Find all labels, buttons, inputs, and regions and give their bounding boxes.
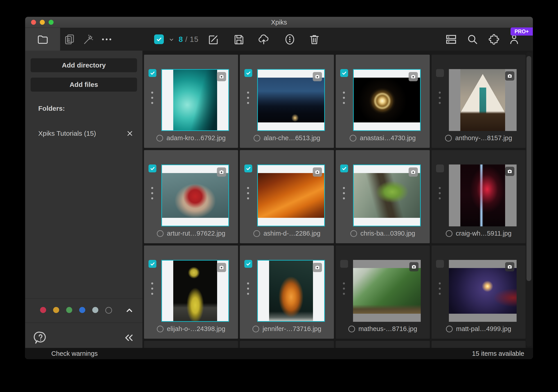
photo-menu-dots[interactable] [149, 187, 155, 199]
check-icon [150, 166, 155, 171]
photo-menu-dots[interactable] [437, 282, 442, 295]
photo-menu-dots[interactable] [149, 282, 155, 295]
photo-cell-partial[interactable] [336, 341, 430, 348]
photo-checkbox[interactable] [340, 165, 348, 172]
photo-cell[interactable]: ashim-d-…2286.jpg [240, 150, 334, 243]
select-all-checkbox[interactable] [154, 35, 164, 44]
photo-cell[interactable]: matheus-…8716.jpg [336, 245, 430, 339]
photo-checkbox[interactable] [340, 260, 348, 268]
delete-button[interactable] [308, 28, 321, 51]
photo-cell[interactable]: alan-che…6513.jpg [240, 55, 334, 148]
photo-menu-dots[interactable] [341, 92, 347, 104]
rows-icon [445, 33, 457, 46]
add-files-button[interactable]: Add files [31, 78, 137, 92]
photo-image [354, 173, 420, 218]
photo-cell[interactable]: elijah-o-…24398.jpg [144, 245, 238, 339]
photo-menu-dots[interactable] [341, 187, 347, 199]
photo-menu-dots[interactable] [437, 92, 442, 104]
photo-menu-dots[interactable] [149, 92, 155, 104]
scrollbar-track[interactable] [526, 52, 532, 347]
photo-cell[interactable]: jennifer-…73716.jpg [240, 245, 334, 339]
photo-thumbnail[interactable] [257, 260, 325, 322]
plugins-button[interactable] [487, 28, 501, 51]
search-icon [466, 33, 479, 46]
photo-menu-dots[interactable] [245, 92, 251, 104]
photo-thumbnail[interactable] [161, 69, 229, 131]
photo-thumbnail[interactable] [449, 165, 517, 226]
double-chevron-left-icon [123, 332, 134, 343]
photo-menu-dots[interactable] [437, 187, 442, 199]
add-directory-button[interactable]: Add directory [31, 58, 137, 72]
photo-cell-partial[interactable] [432, 341, 526, 348]
upload-button[interactable] [257, 28, 270, 51]
photo-cell[interactable]: matt-pal…4999.jpg [432, 245, 526, 339]
check-icon [246, 166, 251, 171]
collapse-sidebar-button[interactable] [122, 331, 136, 345]
label-dot[interactable] [92, 307, 98, 313]
save-button[interactable] [232, 28, 246, 51]
folder-item[interactable]: Xpiks Tutorials (15) [38, 129, 134, 138]
photo-thumbnail[interactable] [449, 69, 517, 131]
photo-checkbox[interactable] [436, 260, 444, 268]
photo-checkbox[interactable] [148, 165, 156, 172]
view-list-button[interactable] [444, 28, 458, 51]
photo-thumbnail[interactable] [353, 69, 421, 131]
scrollbar-thumb[interactable] [526, 56, 531, 281]
app-window: Xpiks 8 / 15 [25, 17, 533, 359]
photo-checkbox[interactable] [244, 165, 252, 172]
label-dot[interactable] [66, 307, 72, 313]
photo-checkbox[interactable] [244, 69, 252, 77]
filename-row: elijah-o-…24398.jpg [146, 325, 236, 333]
check-warnings-link[interactable]: Check warnings [51, 350, 98, 357]
photo-cell[interactable]: artur-rut…97622.jpg [144, 150, 238, 243]
label-dot[interactable] [40, 307, 46, 313]
photo-thumbnail[interactable] [257, 69, 325, 131]
photo-menu-dots[interactable] [245, 187, 251, 199]
photo-cell[interactable]: chris-ba…0390.jpg [336, 150, 430, 243]
chevron-down-icon [168, 36, 175, 43]
selection-dropdown-button[interactable] [167, 35, 176, 44]
tab-files[interactable] [25, 28, 60, 51]
filename-row: alan-che…6513.jpg [242, 134, 332, 142]
label-dot[interactable] [53, 307, 59, 313]
chevron-up-icon [125, 306, 134, 315]
photo-checkbox[interactable] [436, 165, 444, 172]
photo-checkbox[interactable] [244, 260, 252, 268]
photo-cell-partial[interactable] [144, 341, 238, 348]
info-button[interactable] [283, 28, 296, 51]
photo-thumbnail[interactable] [353, 165, 421, 226]
traffic-light-minimize[interactable] [40, 20, 45, 25]
photo-thumbnail[interactable] [161, 260, 229, 322]
photo-cell-partial[interactable] [240, 341, 334, 348]
help-button[interactable] [33, 331, 48, 345]
filename-label: adam-kro…6792.jpg [166, 134, 226, 142]
photo-checkbox[interactable] [340, 69, 348, 77]
pro-badge[interactable]: PRO+ [511, 27, 533, 35]
photo-thumbnail[interactable] [161, 165, 229, 226]
photo-checkbox[interactable] [148, 69, 156, 77]
photo-checkbox[interactable] [436, 69, 444, 77]
photo-thumbnail[interactable] [353, 260, 421, 322]
traffic-light-zoom[interactable] [49, 20, 53, 25]
photo-cell[interactable]: anthony-…8157.jpg [432, 55, 526, 148]
photo-menu-dots[interactable] [341, 282, 347, 295]
photo-checkbox[interactable] [148, 260, 156, 268]
photo-cell[interactable]: adam-kro…6792.jpg [144, 55, 238, 148]
traffic-light-close[interactable] [31, 20, 36, 25]
remove-folder-button[interactable] [125, 129, 134, 138]
check-icon [156, 36, 162, 43]
collapse-labels-button[interactable] [124, 305, 135, 316]
photo-menu-dots[interactable] [245, 282, 251, 295]
duplicate-button[interactable] [63, 28, 76, 51]
photo-cell[interactable]: anastasi…4730.jpg [336, 55, 430, 148]
edit-button[interactable] [207, 28, 220, 51]
label-dot[interactable] [79, 307, 85, 313]
search-button[interactable] [466, 28, 479, 51]
magic-wand-button[interactable] [81, 28, 95, 51]
photo-thumbnail[interactable] [257, 165, 325, 226]
photo-thumbnail[interactable] [449, 260, 517, 322]
label-dot[interactable] [105, 307, 112, 314]
photo-cell[interactable]: craig-wh…5911.jpg [432, 150, 526, 243]
status-circle [157, 326, 164, 332]
more-actions-button[interactable] [100, 28, 113, 51]
